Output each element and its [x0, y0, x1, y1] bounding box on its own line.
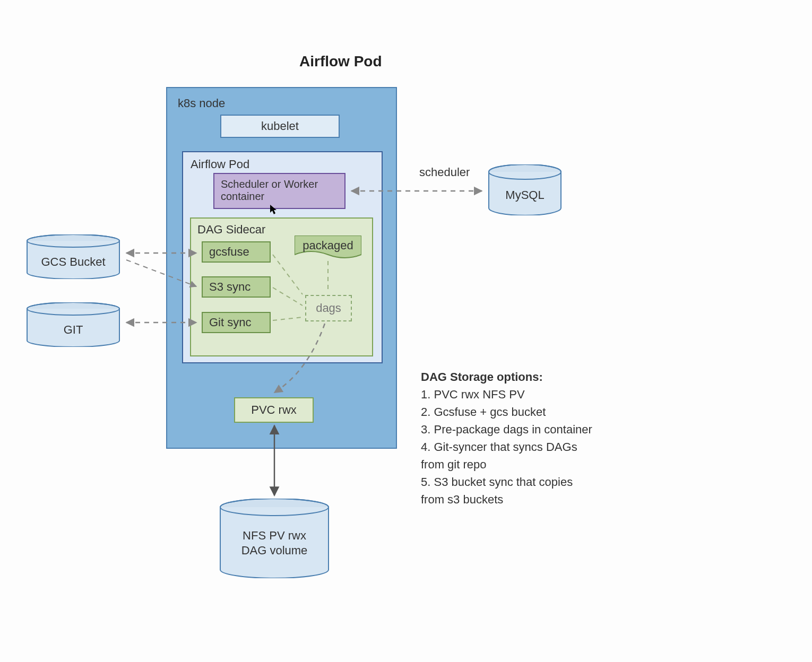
packaged-box: packaged: [295, 236, 361, 259]
nfs-label: NFS PV rwx DAG volume: [219, 528, 330, 558]
kubelet-label: kubelet: [261, 119, 299, 133]
dags-box: dags: [305, 295, 352, 321]
git-cylinder: GIT: [26, 302, 120, 347]
s3sync-label: S3 sync: [209, 280, 250, 294]
gcs-cylinder: GCS Bucket: [26, 234, 120, 279]
options-item-4: 4. Git-syncer that syncs DAGs from git r…: [421, 438, 596, 473]
options-item-3: 3. Pre-package dags in container: [421, 421, 596, 438]
pvc-label: PVC rwx: [251, 403, 297, 417]
pvc-box: PVC rwx: [234, 397, 314, 423]
mysql-cylinder: MySQL: [488, 164, 562, 215]
scheduler-worker-label: Scheduler or Worker container: [221, 178, 318, 202]
packaged-label: packaged: [295, 239, 361, 252]
nfs-cylinder: NFS PV rwx DAG volume: [219, 499, 330, 578]
gcsfuse-box: gcsfuse: [202, 241, 271, 263]
connectors: [0, 0, 812, 662]
diagram-canvas: Airflow Pod k8s node kubelet Airflow Pod…: [0, 0, 812, 662]
options-item-2: 2. Gcsfuse + gcs bucket: [421, 403, 596, 421]
airflow-pod-label: Airflow Pod: [191, 158, 249, 171]
cursor-icon: [270, 204, 277, 215]
dags-label: dags: [316, 301, 341, 315]
options-heading: DAG Storage options:: [421, 368, 596, 386]
options-item-1: 1. PVC rwx NFS PV: [421, 386, 596, 403]
git-label: GIT: [26, 323, 120, 337]
dag-sidecar-label: DAG Sidecar: [197, 223, 265, 237]
gitsync-label: Git sync: [209, 316, 251, 329]
gitsync-box: Git sync: [202, 312, 271, 333]
options-item-5: 5. S3 bucket sync that copies from s3 bu…: [421, 473, 596, 508]
scheduler-worker-box: Scheduler or Worker container: [213, 173, 345, 209]
kubelet-box: kubelet: [220, 115, 340, 138]
k8s-node-label: k8s node: [178, 97, 225, 110]
diagram-title: Airflow Pod: [299, 53, 382, 70]
gcsfuse-label: gcsfuse: [209, 245, 249, 259]
options-block: DAG Storage options: 1. PVC rwx NFS PV 2…: [421, 368, 596, 508]
gcs-label: GCS Bucket: [26, 255, 120, 269]
mysql-label: MySQL: [488, 188, 562, 203]
s3sync-box: S3 sync: [202, 276, 271, 298]
scheduler-edge-label: scheduler: [419, 166, 470, 179]
